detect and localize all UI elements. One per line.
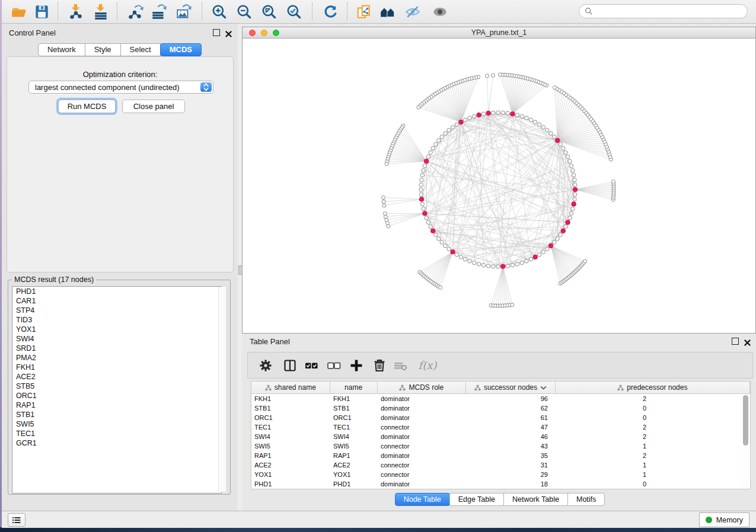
- export-image-button[interactable]: [175, 3, 193, 21]
- tab-network-table[interactable]: Network Table: [503, 493, 568, 506]
- mcds-result-item[interactable]: GCR1: [12, 438, 221, 448]
- table-settings-button[interactable]: [258, 357, 274, 373]
- run-mcds-button[interactable]: Run MCDS: [58, 100, 116, 113]
- houses-icon: [379, 4, 396, 20]
- zoom-in-icon: [211, 4, 228, 20]
- table-row[interactable]: FKH1FKH1dominator962: [251, 394, 750, 403]
- tab-node-table[interactable]: Node Table: [395, 493, 450, 506]
- export-table-button[interactable]: [150, 3, 168, 21]
- cell: STB1: [330, 403, 378, 413]
- table-row[interactable]: SWI5SWI5connector431: [251, 441, 750, 451]
- table-scrollbar[interactable]: [742, 395, 749, 488]
- mcds-result-item[interactable]: ORC1: [12, 391, 221, 400]
- open-file-button[interactable]: [10, 3, 28, 21]
- table-row[interactable]: SWI4SWI4dominator462: [251, 432, 750, 441]
- table-row[interactable]: RAP1RAP1dominator352: [251, 451, 750, 460]
- criterion-dropdown[interactable]: largest connected component (undirected): [28, 81, 213, 94]
- mcds-list-scrollbar[interactable]: [218, 287, 226, 492]
- column-header-name[interactable]: name: [330, 382, 378, 393]
- network-view-window: YPA_prune.txt_1: [242, 27, 756, 334]
- column-header-shared-name[interactable]: shared name: [251, 382, 330, 393]
- table-row[interactable]: ACE2ACE2connector311: [251, 460, 750, 470]
- import-network-button[interactable]: [67, 3, 85, 21]
- export-table-icon: [151, 4, 167, 20]
- delete-table-button[interactable]: [393, 357, 409, 373]
- refresh-view-button[interactable]: [322, 3, 340, 21]
- show-all-button[interactable]: [431, 3, 449, 21]
- mcds-result-item[interactable]: YOX1: [12, 325, 221, 334]
- show-panels-button[interactable]: [8, 513, 25, 527]
- close-panel-button[interactable]: Close panel: [122, 100, 185, 113]
- memory-button[interactable]: Memory: [699, 512, 749, 527]
- mcds-result-item[interactable]: STP4: [12, 306, 221, 315]
- column-header-MCDS-role[interactable]: MCDS role: [378, 382, 467, 393]
- cell: SWI5: [330, 441, 378, 451]
- float-panel-icon[interactable]: [732, 338, 739, 345]
- table-scrollbar-thumb: [743, 395, 748, 446]
- tab-motifs[interactable]: Motifs: [567, 493, 605, 506]
- delete-column-button[interactable]: [372, 357, 388, 373]
- table-row[interactable]: YOX1YOX1connector291: [251, 470, 750, 479]
- column-header-predecessor-nodes[interactable]: predecessor nodes: [556, 382, 750, 393]
- zoom-fit-icon: [261, 4, 277, 20]
- mcds-result-item[interactable]: FKH1: [12, 363, 221, 372]
- network-canvas[interactable]: [243, 38, 755, 333]
- mcds-result-item[interactable]: ACE2: [12, 372, 221, 382]
- sort-desc-icon: [540, 384, 547, 391]
- close-panel-icon[interactable]: [225, 29, 232, 40]
- save-icon: [33, 4, 50, 20]
- save-session-button[interactable]: [33, 3, 50, 21]
- column-header-successor-nodes[interactable]: successor nodes: [466, 382, 556, 393]
- zoom-out-icon: [236, 4, 253, 20]
- search-input[interactable]: [593, 5, 747, 17]
- float-panel-icon[interactable]: [213, 29, 220, 36]
- cell: 46: [467, 432, 556, 441]
- cell: ACE2: [330, 460, 378, 470]
- close-panel-icon[interactable]: [744, 338, 751, 348]
- table-body: FKH1FKH1dominator962STB1STB1dominator620…: [251, 394, 750, 489]
- export-network-button[interactable]: [126, 3, 144, 21]
- new-network-from-selection-button[interactable]: [355, 3, 373, 21]
- select-all-rows-button[interactable]: [304, 357, 320, 373]
- mcds-result-item[interactable]: SWI4: [12, 334, 221, 344]
- mcds-result-item[interactable]: TEC1: [12, 429, 221, 438]
- tab-mcds[interactable]: MCDS: [160, 43, 202, 56]
- zoom-fit-button[interactable]: [260, 3, 278, 21]
- tab-edge-table[interactable]: Edge Table: [449, 493, 504, 506]
- mcds-result-item[interactable]: TID3: [12, 315, 221, 325]
- create-column-button[interactable]: [349, 357, 365, 373]
- zoom-selected-button[interactable]: [285, 3, 303, 21]
- tab-select[interactable]: Select: [120, 43, 161, 56]
- mcds-result-item[interactable]: RAP1: [12, 400, 221, 410]
- first-neighbors-button[interactable]: [379, 3, 397, 21]
- mcds-result-item[interactable]: PHD1: [12, 287, 221, 296]
- hide-selected-button[interactable]: [404, 3, 422, 21]
- zoom-in-button[interactable]: [210, 3, 228, 21]
- cell: 0: [556, 479, 655, 489]
- memory-status-icon: [706, 517, 712, 523]
- tab-network[interactable]: Network: [38, 43, 85, 56]
- zoom-out-button[interactable]: [235, 3, 253, 21]
- mcds-result-item[interactable]: PMA2: [12, 353, 221, 363]
- toolbar-separator: [117, 2, 117, 20]
- column-visibility-button[interactable]: [282, 357, 298, 373]
- mcds-result-item[interactable]: CAR1: [12, 296, 221, 306]
- table-row[interactable]: TEC1TEC1connector472: [251, 422, 750, 432]
- toolbar-separator: [58, 2, 58, 20]
- mcds-result-item[interactable]: STB5: [12, 382, 221, 391]
- table-row[interactable]: PHD1PHD1dominator180: [251, 479, 750, 489]
- cell: 1: [556, 460, 655, 470]
- mcds-result-item[interactable]: STB1: [12, 410, 221, 419]
- deselect-all-rows-button[interactable]: [326, 357, 342, 373]
- cell: 29: [467, 470, 556, 479]
- table-row[interactable]: ORC1ORC1dominator610: [251, 413, 750, 422]
- table-row[interactable]: STB1STB1dominator620: [251, 403, 750, 413]
- tab-style[interactable]: Style: [85, 43, 121, 56]
- mcds-result-item[interactable]: SRD1: [12, 344, 221, 353]
- cell: connector: [378, 441, 467, 451]
- import-table-button[interactable]: [92, 3, 110, 21]
- network-edges: [421, 113, 575, 267]
- apply-function-button[interactable]: f(x): [416, 357, 439, 373]
- cell: 2: [556, 422, 655, 432]
- mcds-result-item[interactable]: SWI5: [12, 419, 221, 429]
